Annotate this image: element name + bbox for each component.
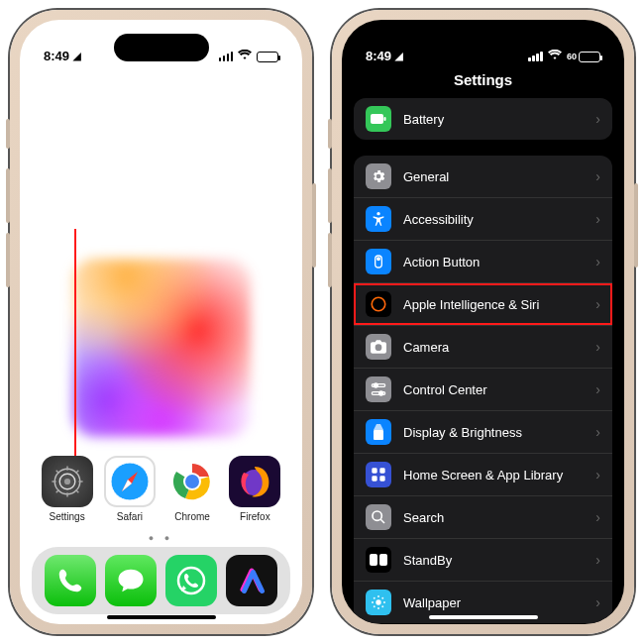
dynamic-island[interactable] — [436, 34, 531, 61]
location-icon: ◢ — [395, 51, 403, 61]
svg-point-39 — [376, 599, 380, 604]
mute-switch[interactable] — [6, 119, 10, 149]
svg-point-24 — [377, 258, 380, 261]
control-center-icon — [366, 376, 391, 402]
chevron-right-icon: › — [595, 211, 600, 227]
app-safari[interactable]: Safari — [100, 456, 160, 522]
chevron-right-icon: › — [595, 467, 600, 483]
svg-rect-21 — [384, 117, 386, 121]
row-label: Home Screen & App Library — [403, 468, 595, 483]
settings-row-home-screen[interactable]: Home Screen & App Library› — [354, 453, 612, 495]
row-label: Control Center — [403, 382, 595, 397]
settings-row-display[interactable]: Display & Brightness› — [354, 410, 612, 453]
row-label: Apple Intelligence & Siri — [403, 297, 595, 312]
app-arc[interactable] — [226, 555, 277, 606]
volume-up-button[interactable] — [328, 168, 332, 223]
cellular-icon — [219, 52, 234, 61]
display-icon — [366, 419, 391, 445]
phone-home: 8:49 ◢ Settings — [10, 10, 312, 634]
row-label: Camera — [403, 340, 595, 355]
row-label: Display & Brightness — [403, 425, 595, 440]
chevron-right-icon: › — [595, 296, 600, 312]
app-messages[interactable] — [105, 555, 157, 606]
battery-pct: 60 — [567, 52, 577, 61]
cellular-icon — [528, 52, 543, 61]
svg-point-22 — [376, 212, 379, 215]
svg-line-7 — [55, 471, 58, 474]
general-icon — [366, 163, 391, 189]
settings-list[interactable]: Battery›General›Accessibility›Action But… — [342, 98, 624, 624]
svg-point-28 — [374, 383, 377, 387]
mute-switch[interactable] — [328, 119, 332, 149]
home-indicator[interactable] — [429, 615, 538, 619]
settings-row-action-button[interactable]: Action Button› — [354, 240, 612, 282]
svg-line-10 — [75, 471, 78, 474]
standby-icon — [366, 547, 391, 573]
settings-row-general[interactable]: General› — [354, 156, 612, 197]
svg-point-29 — [379, 391, 383, 395]
svg-point-44 — [374, 597, 376, 599]
settings-row-control-center[interactable]: Control Center› — [354, 368, 612, 410]
chevron-right-icon: › — [595, 111, 600, 127]
svg-point-42 — [372, 601, 374, 603]
camera-icon — [366, 334, 391, 360]
action-button-icon — [366, 249, 391, 274]
settings-row-camera[interactable]: Camera› — [354, 325, 612, 368]
location-icon: ◢ — [73, 51, 81, 61]
chevron-right-icon: › — [595, 381, 600, 397]
app-phone[interactable] — [45, 555, 96, 606]
svg-rect-31 — [372, 468, 376, 473]
settings-row-battery[interactable]: Battery› — [354, 98, 612, 140]
app-label: Chrome — [162, 511, 222, 522]
app-chrome[interactable]: Chrome — [162, 456, 222, 522]
settings-row-ai-siri[interactable]: Apple Intelligence & Siri› — [354, 282, 612, 325]
svg-line-36 — [380, 519, 384, 523]
power-button[interactable] — [634, 183, 638, 268]
svg-rect-34 — [379, 476, 384, 481]
svg-point-40 — [377, 595, 379, 597]
ai-siri-icon — [366, 291, 391, 317]
settings-group: Battery› — [354, 98, 612, 140]
chevron-right-icon: › — [595, 254, 600, 269]
status-time: 8:49 — [44, 49, 69, 63]
svg-point-43 — [383, 601, 385, 603]
app-whatsapp[interactable] — [165, 555, 217, 606]
settings-icon — [42, 456, 93, 507]
page-title: Settings — [342, 65, 624, 98]
svg-point-41 — [377, 607, 379, 609]
svg-rect-30 — [374, 430, 383, 440]
row-label: Accessibility — [403, 212, 595, 227]
app-settings[interactable]: Settings — [38, 456, 97, 522]
home-screen-icon — [366, 462, 391, 487]
svg-point-25 — [372, 297, 385, 311]
svg-point-45 — [381, 605, 383, 607]
wallpaper-icon — [366, 590, 391, 615]
status-time: 8:49 — [366, 49, 391, 63]
volume-down-button[interactable] — [6, 233, 10, 287]
chrome-icon — [166, 456, 218, 507]
svg-rect-33 — [372, 476, 376, 481]
volume-up-button[interactable] — [6, 168, 10, 223]
settings-row-standby[interactable]: StandBy› — [354, 538, 612, 581]
svg-point-2 — [64, 479, 70, 484]
phone-settings: 8:49 ◢ 60 Settings Battery›General›Acces… — [332, 10, 634, 634]
battery-icon — [366, 106, 391, 132]
search-icon — [366, 504, 391, 530]
page-indicator[interactable]: ● ● — [20, 533, 302, 543]
safari-icon — [104, 456, 156, 507]
home-indicator[interactable] — [107, 615, 216, 619]
battery-icon: 60 — [567, 52, 600, 62]
settings-row-search[interactable]: Search› — [354, 495, 612, 538]
siri-wallpaper-glow — [72, 259, 251, 437]
app-firefox[interactable]: Firefox — [225, 456, 284, 522]
dock — [32, 547, 290, 614]
home-app-row: Settings Safari Chrome — [20, 456, 302, 522]
home-screen[interactable]: Settings Safari Chrome — [20, 65, 302, 624]
svg-line-9 — [55, 490, 58, 493]
battery-icon — [257, 52, 278, 62]
settings-row-accessibility[interactable]: Accessibility› — [354, 197, 612, 240]
power-button[interactable] — [312, 183, 316, 268]
volume-down-button[interactable] — [328, 233, 332, 287]
dynamic-island[interactable] — [114, 34, 209, 61]
svg-point-35 — [373, 511, 381, 520]
